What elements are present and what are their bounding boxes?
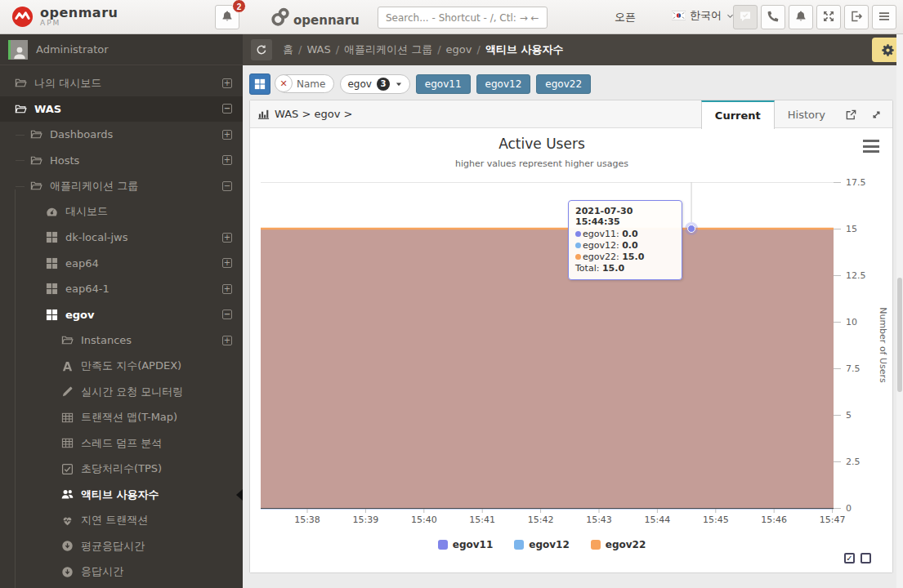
pen-icon bbox=[61, 385, 74, 398]
sidebar-item-초당처리수-tps-[interactable]: 초당처리수(TPS) bbox=[0, 457, 243, 483]
svg-text:15:41: 15:41 bbox=[469, 514, 495, 525]
sidebar-item-instances[interactable]: Instances+ bbox=[0, 327, 243, 354]
panel-breadcrumb: WAS > egov > bbox=[275, 108, 352, 120]
sidebar-item-eap64[interactable]: eap64+ bbox=[0, 251, 243, 277]
collapse-toggle-icon[interactable]: − bbox=[222, 181, 232, 191]
expand-toggle-icon[interactable]: + bbox=[222, 155, 232, 165]
brand-name: openmaru bbox=[40, 7, 118, 19]
opennaru-logo-icon bbox=[270, 7, 291, 28]
search-input[interactable] bbox=[378, 7, 548, 29]
sidebar-item-label: 트랜잭션 맵(T-Map) bbox=[81, 410, 177, 425]
open-link[interactable]: 오픈 bbox=[615, 10, 636, 24]
sidebar-item-만족도-지수-apdex-[interactable]: 만족도 지수(APDEX) bbox=[0, 354, 243, 380]
expand-toggle-icon[interactable]: + bbox=[222, 336, 232, 345]
expand-toggle-icon[interactable]: + bbox=[222, 284, 232, 294]
collapse-toggle-icon[interactable]: − bbox=[222, 310, 232, 319]
folder-icon bbox=[30, 128, 42, 140]
breadcrumb-link[interactable]: WAS bbox=[306, 43, 330, 56]
tooltip-series-row: egov22: 15.0 bbox=[575, 252, 675, 263]
phone-button[interactable] bbox=[761, 5, 785, 29]
user-profile[interactable]: Administrator bbox=[0, 34, 243, 65]
instance-button-egov22[interactable]: egov22 bbox=[536, 74, 591, 94]
sidebar-item-eap64-1[interactable]: eap64-1+ bbox=[0, 276, 243, 302]
sidebar-item-was[interactable]: WAS− bbox=[0, 96, 243, 122]
sidebar-item-dk-local-jws[interactable]: dk-local-jws+ bbox=[0, 225, 243, 251]
chart-plot[interactable]: 02.557.51012.51517.515:3815:3915:4015:41… bbox=[250, 128, 892, 572]
sidebar-item-응답시간[interactable]: 응답시간 bbox=[0, 559, 243, 586]
expand-panel-icon[interactable] bbox=[864, 100, 889, 129]
folder-icon bbox=[30, 180, 42, 192]
opennaru-logo[interactable]: opennaru bbox=[270, 0, 360, 34]
breadcrumb-link[interactable]: 애플리케이션 그룹 bbox=[344, 43, 432, 56]
name-filter-chip[interactable]: ✕ Name bbox=[276, 74, 334, 93]
signout-icon bbox=[850, 10, 863, 25]
tooltip-total-row: Total: 15.0 bbox=[575, 263, 675, 274]
scrollbar-thumb[interactable] bbox=[897, 278, 902, 392]
sidebar-item-대시보드[interactable]: 대시보드 bbox=[0, 199, 243, 225]
logout-button[interactable] bbox=[844, 5, 869, 29]
grid-icon bbox=[46, 231, 58, 243]
expand-toggle-icon[interactable]: + bbox=[222, 258, 232, 268]
tab-history[interactable]: History bbox=[775, 100, 838, 129]
breadcrumb-link[interactable]: 홈 bbox=[283, 43, 293, 56]
legend-item-egov22[interactable]: egov22 bbox=[591, 539, 646, 550]
sidebar-item-label: 평균응답시간 bbox=[81, 539, 145, 554]
breadcrumb-current: 액티브 사용자수 bbox=[485, 43, 564, 56]
sidebar-item-label: 실시간 요청 모니터링 bbox=[81, 385, 183, 399]
expand-toggle-icon[interactable]: + bbox=[222, 78, 232, 88]
sidebar-item-액티브-사용자수[interactable]: 액티브 사용자수 bbox=[0, 482, 243, 508]
tab-current[interactable]: Current bbox=[701, 100, 775, 129]
sidebar-item-label: 대시보드 bbox=[65, 204, 108, 219]
legend-item-egov12[interactable]: egov12 bbox=[514, 539, 570, 550]
sidebar-item-label: eap64 bbox=[65, 257, 99, 270]
folder-icon bbox=[61, 334, 74, 346]
sidebar-item-트랜잭션-맵-t-map-[interactable]: 트랜잭션 맵(T-Map) bbox=[0, 405, 243, 431]
openmaru-logo[interactable]: openmaru APM bbox=[0, 6, 204, 28]
notifications-button[interactable]: 2 bbox=[215, 5, 239, 29]
breadcrumb-bar: 홈/WAS/애플리케이션 그룹/egov/액티브 사용자수 bbox=[243, 34, 903, 65]
sidebar-item-나의-대시보드[interactable]: 나의 대시보드+ bbox=[0, 70, 243, 96]
folder-icon bbox=[15, 103, 27, 115]
sidebar-item-실시간-요청-모니터링[interactable]: 실시간 요청 모니터링 bbox=[0, 379, 243, 405]
breadcrumb-link[interactable]: egov bbox=[446, 43, 472, 56]
name-chip-label: Name bbox=[297, 78, 325, 90]
sidebar-item-label: Instances bbox=[81, 334, 132, 346]
page-scrollbar bbox=[896, 34, 903, 588]
fullscreen-button[interactable] bbox=[816, 5, 841, 29]
menu-button[interactable] bbox=[872, 5, 896, 29]
table-icon bbox=[61, 437, 74, 449]
checked-checkbox[interactable]: ✓ bbox=[844, 553, 855, 564]
language-selector[interactable]: 한국어 bbox=[672, 8, 735, 23]
refresh-button[interactable] bbox=[251, 39, 272, 60]
instance-button-egov12[interactable]: egov12 bbox=[476, 74, 531, 94]
users-icon bbox=[61, 488, 74, 501]
sidebar-item-label: WAS bbox=[34, 103, 61, 115]
unchecked-checkbox[interactable] bbox=[861, 553, 871, 564]
sidebar-item-지연-트랜잭션[interactable]: 지연 트랜잭션 bbox=[0, 508, 243, 534]
open-in-new-window-icon[interactable] bbox=[838, 100, 864, 129]
sidebar-item-egov[interactable]: egov− bbox=[0, 302, 243, 328]
chat-button[interactable] bbox=[733, 5, 758, 29]
panel-tabs: Current History bbox=[701, 100, 889, 129]
layout-grid-button[interactable] bbox=[249, 74, 270, 95]
sidebar-item-label: Hosts bbox=[50, 154, 79, 167]
sidebar-item-스레드-덤프-분석[interactable]: 스레드 덤프 분석 bbox=[0, 430, 243, 457]
sidebar-item-애플리케이션-그룹[interactable]: 애플리케이션 그룹− bbox=[0, 173, 243, 199]
sidebar-item-평균응답시간[interactable]: 평균응답시간 bbox=[0, 533, 243, 559]
expand-toggle-icon[interactable]: + bbox=[222, 130, 232, 140]
group-dropdown[interactable]: egov 3 bbox=[340, 74, 409, 94]
sidebar-item-label: dk-local-jws bbox=[65, 231, 127, 243]
active-users-chart[interactable]: Active Users higher values represent hig… bbox=[250, 128, 892, 572]
language-label: 한국어 bbox=[690, 8, 722, 23]
remove-filter-icon[interactable]: ✕ bbox=[275, 74, 293, 92]
alerts-button[interactable] bbox=[789, 5, 813, 29]
sidebar-item-hosts[interactable]: Hosts+ bbox=[0, 148, 243, 174]
svg-text:7.5: 7.5 bbox=[846, 363, 861, 374]
app-root: openmaru APM 2 opennaru 오픈 한국어 bbox=[0, 0, 903, 588]
collapse-toggle-icon[interactable]: − bbox=[222, 104, 232, 114]
expand-toggle-icon[interactable]: + bbox=[222, 233, 232, 243]
instance-button-egov11[interactable]: egov11 bbox=[416, 74, 471, 94]
legend-item-egov11[interactable]: egov11 bbox=[438, 539, 494, 550]
svg-text:15:43: 15:43 bbox=[586, 514, 612, 525]
sidebar-item-dashboards[interactable]: Dashboards+ bbox=[0, 122, 243, 148]
